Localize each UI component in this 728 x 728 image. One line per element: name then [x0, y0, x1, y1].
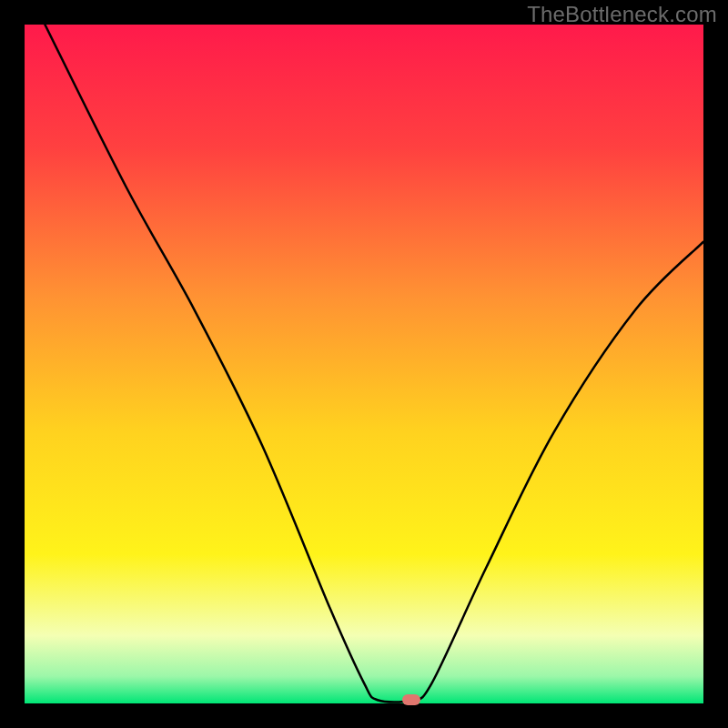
- plot-svg: [25, 25, 703, 703]
- chart-container: TheBottleneck.com: [0, 0, 728, 728]
- optimal-marker: [402, 694, 420, 705]
- watermark-text: TheBottleneck.com: [527, 2, 717, 27]
- plot-frame: [25, 25, 703, 703]
- plot-area: [25, 25, 703, 703]
- gradient-background: [25, 25, 703, 703]
